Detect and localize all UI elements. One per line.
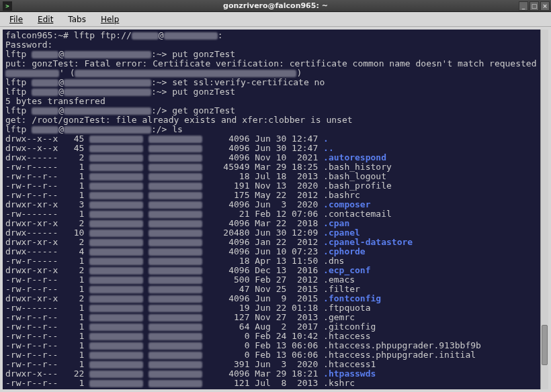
- terminal-icon: [3, 1, 12, 11]
- minimize-button[interactable]: _: [519, 1, 528, 11]
- menu-file[interactable]: File: [3, 13, 30, 26]
- terminal-output[interactable]: falcon965:~# lftp ftp://@:Password:lftp …: [3, 30, 540, 389]
- menu-edit[interactable]: Edit: [31, 13, 60, 26]
- menu-tabs[interactable]: Tabs: [61, 13, 93, 26]
- menu-help[interactable]: Help: [94, 13, 126, 26]
- scrollbar[interactable]: [540, 30, 548, 389]
- window-controls: _ □ ×: [519, 1, 551, 11]
- terminal-window: gonzrivero@falcon965: ~ _ □ × File Edit …: [0, 0, 551, 392]
- menubar: File Edit Tabs Help: [0, 12, 551, 27]
- terminal-container: falcon965:~# lftp ftp://@:Password:lftp …: [0, 27, 551, 392]
- scrollbar-thumb[interactable]: [542, 325, 548, 365]
- close-button[interactable]: ×: [540, 1, 550, 11]
- maximize-button[interactable]: □: [529, 1, 539, 11]
- titlebar[interactable]: gonzrivero@falcon965: ~ _ □ ×: [0, 0, 551, 12]
- window-title: gonzrivero@falcon965: ~: [0, 1, 551, 10]
